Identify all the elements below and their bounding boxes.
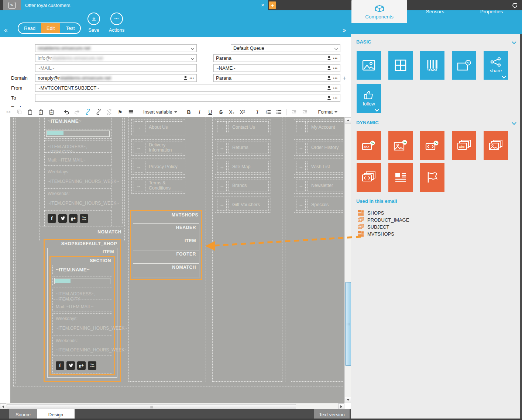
email-template[interactable]: ~ITEM.NAME~ ~ITEM.ADDRESS~, ~ITEM.CITY~ … xyxy=(10,117,344,403)
mvtshops-footer-row[interactable]: FOOTER xyxy=(133,250,199,264)
vertical-scrollbar[interactable] xyxy=(344,117,351,403)
undo-icon[interactable] xyxy=(63,109,70,115)
googleplus-icon[interactable]: g+ xyxy=(77,361,86,370)
ellipsis-icon[interactable]: ••• xyxy=(333,56,338,60)
mvtshops-header-row[interactable]: HEADER xyxy=(133,223,199,237)
dynamic-section-header[interactable]: DYNAMIC xyxy=(356,120,379,125)
paste-text-icon[interactable]: T xyxy=(37,109,44,115)
indent-icon[interactable] xyxy=(302,109,308,115)
scroll-left-button[interactable] xyxy=(0,403,6,410)
template-link-button[interactable]: →Contact Us xyxy=(215,119,271,135)
scroll-down-button[interactable] xyxy=(345,397,351,403)
used-item-subject[interactable]: abc SUBJECT xyxy=(358,224,389,230)
document-tab[interactable]: Offer loyal customers × xyxy=(21,0,268,10)
unlink-icon[interactable] xyxy=(106,109,113,115)
ellipsis-icon[interactable]: ••• xyxy=(333,96,338,100)
tile-follow[interactable]: follow xyxy=(357,84,381,113)
mode-read[interactable]: Read xyxy=(18,23,41,33)
copy-icon[interactable] xyxy=(16,109,23,115)
tile-text-repeater[interactable]: abc xyxy=(452,131,476,160)
tile-dynamic-text[interactable]: abc xyxy=(357,131,381,160)
save-button[interactable]: Save xyxy=(86,13,102,33)
vertical-scroll-thumb[interactable] xyxy=(345,282,351,366)
italic-button[interactable]: I xyxy=(196,109,203,115)
twitter-icon[interactable] xyxy=(58,214,67,223)
chevron-down-icon[interactable] xyxy=(512,120,516,125)
shop-social-block[interactable]: f g+ YouTube xyxy=(52,357,112,374)
tile-flag[interactable] xyxy=(420,163,444,192)
used-item-shops[interactable]: SHOPS xyxy=(358,210,384,216)
template-link-button[interactable]: →Gift Vouchers xyxy=(215,197,271,213)
tile-table[interactable] xyxy=(388,51,413,80)
template-link-button[interactable]: →Specials xyxy=(294,197,344,213)
format-dropdown[interactable]: Format xyxy=(318,110,338,115)
template-link-button[interactable]: →Terms & Conditions xyxy=(131,177,185,194)
to-field[interactable]: ~MAIL~ xyxy=(35,64,197,72)
lines-icon[interactable] xyxy=(127,109,134,115)
actions-button[interactable]: ••• Actions xyxy=(109,13,125,33)
template-link-button[interactable]: →Delivery Information xyxy=(131,139,185,156)
add-queue-button[interactable]: + xyxy=(343,75,346,81)
scroll-right-button[interactable] xyxy=(338,403,344,410)
person-icon[interactable] xyxy=(327,76,332,80)
shop-name-block[interactable]: ~ITEM.NAME~ xyxy=(44,117,111,128)
chevron-down-icon[interactable] xyxy=(502,74,506,78)
person-icon[interactable] xyxy=(327,66,332,70)
superscript-button[interactable]: X² xyxy=(239,109,246,115)
bullet-list-icon[interactable] xyxy=(276,109,282,115)
shop-weekdays-block[interactable]: Weekdays:~ITEM.OPENING_HOURS_WEEK~ xyxy=(52,313,112,334)
insert-variable-dropdown[interactable]: Insert variable xyxy=(143,110,177,115)
shop-mail-block[interactable]: Mail: ~ITEM.MAIL~ xyxy=(44,154,111,166)
tile-dynamic-content[interactable] xyxy=(452,51,476,80)
tile-share[interactable]: share xyxy=(484,51,508,80)
underline-button[interactable]: U xyxy=(207,109,214,115)
template-link-button[interactable]: →Brands xyxy=(215,177,271,194)
collapse-left-icon[interactable]: « xyxy=(4,27,7,34)
paste-word-icon[interactable]: W xyxy=(48,109,55,115)
used-item-product-image[interactable]: PRODUCT_IMAGE xyxy=(358,217,409,223)
queue-select[interactable]: Default Queue xyxy=(231,44,340,52)
used-item-mvtshops[interactable]: MVTSHOPS xyxy=(358,231,394,237)
reply-name-field[interactable]: Parana ••• xyxy=(213,74,340,82)
ellipsis-icon[interactable]: ••• xyxy=(333,76,338,80)
chevron-down-icon[interactable] xyxy=(334,46,338,50)
panel-scrollbar[interactable] xyxy=(520,34,522,419)
shop-mail-block[interactable]: Mail: ~ITEM.MAIL~ xyxy=(52,301,112,312)
subscript-button[interactable]: X₂ xyxy=(229,109,235,115)
template-link-button[interactable]: →Order History xyxy=(294,139,344,156)
paste-icon[interactable] xyxy=(27,109,33,115)
new-tab-button[interactable]: + xyxy=(269,1,276,9)
person-icon[interactable] xyxy=(183,76,188,80)
edit-tab[interactable]: ✎ xyxy=(3,0,21,10)
close-icon[interactable]: × xyxy=(261,2,264,8)
shop-weekends-block[interactable]: Weekends:~ITEM.OPENING_HOURS_WEEK~ xyxy=(44,188,111,209)
from-field[interactable]: info@retaildemo.emsecure.net xyxy=(35,54,197,62)
outdent-icon[interactable] xyxy=(291,109,298,115)
template-link-button[interactable]: →Wish List xyxy=(294,159,344,175)
chevron-down-icon[interactable] xyxy=(191,46,195,50)
mode-edit[interactable]: Edit xyxy=(41,23,60,33)
preheader-field[interactable]: ••• xyxy=(35,94,340,102)
chevron-down-icon[interactable] xyxy=(512,39,516,44)
tile-dynamic-image[interactable] xyxy=(388,131,413,160)
youtube-icon[interactable]: YouTube xyxy=(80,214,88,223)
facebook-icon[interactable]: f xyxy=(48,214,56,223)
shop-bar-block[interactable] xyxy=(52,277,112,286)
person-icon[interactable] xyxy=(327,86,332,90)
facebook-icon[interactable]: f xyxy=(56,361,64,370)
scroll-up-button[interactable] xyxy=(345,117,351,124)
ellipsis-icon[interactable]: ••• xyxy=(190,76,194,80)
tab-sensors[interactable]: Sensors xyxy=(407,0,463,23)
ellipsis-icon[interactable]: ••• xyxy=(333,66,338,70)
tab-components[interactable]: Components xyxy=(351,0,407,23)
twitter-icon[interactable] xyxy=(66,361,75,370)
googleplus-icon[interactable]: g+ xyxy=(69,214,78,223)
basic-section-header[interactable]: BASIC xyxy=(356,39,371,45)
link-icon[interactable] xyxy=(85,109,91,115)
template-link-button[interactable]: →Site Map xyxy=(215,159,271,175)
tile-image-repeater[interactable] xyxy=(484,131,508,160)
bold-button[interactable]: B xyxy=(186,109,192,115)
person-icon[interactable] xyxy=(327,96,332,100)
shop-bar-block[interactable] xyxy=(44,129,111,139)
mode-test[interactable]: Test xyxy=(60,23,80,33)
